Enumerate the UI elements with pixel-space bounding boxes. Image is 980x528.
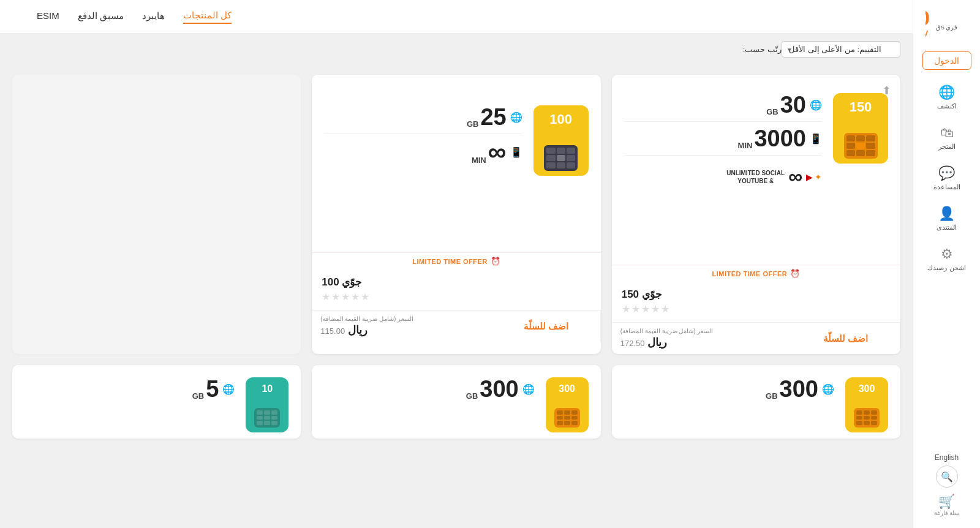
sim-number-300-1: 300 — [845, 383, 888, 394]
tiktok-icon: ✦ — [815, 172, 822, 182]
logo: 90 Jawwy فري 5ق — [925, 9, 968, 45]
product-price: 172.50 ريال — [620, 336, 668, 349]
product-card-jawwy-300-1: 300 🌐 300 GB — [612, 365, 900, 439]
gb-spec-row-300-2: 🌐 300 GB — [324, 377, 534, 405]
phone-spec-icon-100: 📱 — [510, 146, 522, 158]
gb-unit-300-1: GB — [766, 391, 778, 401]
phone-spec-icon: 📱 — [810, 133, 822, 145]
top-navigation: كل المنتجات هايبرد مسبق الدفع ESIM — [0, 0, 913, 34]
price-note: السعر (شامل ضريبة القيمة المضافة) — [620, 328, 714, 334]
globe-icon-300-1: 🌐 — [822, 383, 834, 395]
card-image-area-300-2: 300 🌐 300 GB — [312, 365, 600, 439]
help-icon: 💬 — [938, 165, 955, 181]
min-unit-100: MIN — [472, 156, 486, 165]
globe-icon-300-2: 🌐 — [522, 383, 535, 395]
star-1: ★ — [361, 291, 369, 303]
star-4: ★ — [631, 303, 640, 315]
sidebar-item-recharge[interactable]: ⚙ اشحن رصيدك — [919, 243, 974, 276]
card-specs-teal: 🌐 5 GB — [24, 377, 235, 410]
cart-label: سلة فارغة — [934, 510, 960, 516]
sidebar-item-help[interactable]: 💬 المساعدة — [919, 162, 974, 195]
card-info-100: جوّي 100 ★ ★ ★ ★ ★ — [312, 270, 600, 306]
nav-prepaid[interactable]: مسبق الدفع — [78, 10, 124, 23]
gb-spec-row: 🌐 30 GB — [624, 93, 822, 122]
search-icon: 🔍 — [941, 471, 953, 483]
sort-select[interactable]: التقييم: من الأعلى إلى الأقل السعر: من ا… — [782, 41, 900, 58]
card-specs-100: 🌐 25 GB 📱 ∞ MIN — [324, 105, 522, 175]
gb-spec-row-300-1: 🌐 300 GB — [624, 377, 834, 405]
cart-icon: 🛒 — [938, 494, 955, 510]
nav-hybrid[interactable]: هايبرد — [142, 10, 165, 23]
sim-card-yellow: 150 — [833, 93, 888, 164]
card-specs-300-2: 🌐 300 GB — [324, 377, 534, 410]
sim-number-300-2: 300 — [546, 383, 589, 394]
cart-button[interactable]: 🛒 سلة فارغة — [934, 494, 960, 516]
globe-icon: 🌐 — [938, 85, 955, 100]
sim-card-300-1: 300 — [845, 377, 888, 432]
sidebar-item-explore-label: اكتشف — [937, 102, 957, 110]
login-button[interactable]: الدخول — [922, 51, 971, 70]
gb-value: 30 — [780, 93, 806, 116]
card-image-area-300-1: 300 🌐 300 GB — [612, 365, 900, 439]
sim-card-100: 100 — [533, 105, 589, 176]
globe-spec-icon-100: 🌐 — [510, 111, 522, 123]
svg-text:Jawwy: Jawwy — [925, 28, 929, 37]
sim-number-100: 100 — [533, 111, 589, 127]
add-to-cart-button[interactable]: اضف للسلّة — [791, 323, 900, 354]
product-price-100: 115.00 ريال — [320, 323, 368, 337]
gb-spec-row-100: 🌐 25 GB — [324, 105, 522, 134]
nav-all-products[interactable]: كل المنتجات — [183, 10, 232, 24]
store-icon: 🛍 — [940, 125, 954, 141]
gb-value-300-1: 300 — [780, 377, 818, 401]
forum-icon: 👤 — [938, 206, 955, 222]
filter-bar: التقييم: من الأعلى إلى الأقل السعر: من ا… — [0, 34, 913, 65]
price-note-100: السعر (شامل ضريبة القيمة المضافة) — [320, 315, 413, 322]
price-section-100: السعر (شامل ضريبة القيمة المضافة) 115.00… — [312, 311, 491, 342]
sidebar-item-store-label: المتجر — [938, 143, 956, 151]
sidebar-bottom: English 🔍 🛒 سلة فارغة — [913, 453, 980, 522]
svg-text:90: 90 — [925, 9, 930, 29]
gb-unit-300-2: GB — [466, 391, 478, 401]
globe-spec-icon: 🌐 — [810, 99, 822, 111]
sim-chip-100 — [544, 145, 578, 171]
card-specs: 🌐 30 GB 📱 3000 MIN — [624, 93, 822, 188]
star-rating-100: ★ ★ ★ ★ ★ — [322, 291, 369, 303]
sim-chip-300-1 — [854, 408, 880, 428]
min-spec-row-100: 📱 ∞ MIN — [324, 139, 522, 170]
star-2: ★ — [651, 303, 660, 315]
globe-icon-teal: 🌐 — [222, 383, 235, 395]
sort-label: رتّب حسب: — [743, 45, 782, 54]
unlimited-social-infinity: ∞ — [788, 165, 802, 188]
gb-value-teal: 5 — [206, 377, 219, 401]
unlimited-social-label: UNLIMITED SOCIAL& YOUTUBE — [726, 169, 785, 185]
unlimited-social-row: ✦ ▶ ∞ UNLIMITED SOCIAL& YOUTUBE — [624, 165, 822, 188]
gb-value-300-2: 300 — [480, 377, 518, 401]
gb-unit-teal: GB — [192, 391, 205, 401]
language-switcher[interactable]: English — [935, 453, 959, 462]
min-infinity-100: ∞ — [488, 139, 507, 165]
limited-time-bar: ⏰ LIMITED TIME OFFER — [612, 265, 900, 282]
sort-select-wrapper: التقييم: من الأعلى إلى الأقل السعر: من ا… — [782, 41, 900, 58]
card-specs-300-1: 🌐 300 GB — [624, 377, 834, 410]
product-title: جوّي 150 — [622, 288, 662, 301]
clock-icon-100: ⏰ — [491, 257, 500, 266]
add-to-cart-button-100[interactable]: اضف للسلّة — [492, 311, 601, 342]
star-1: ★ — [661, 303, 669, 315]
sidebar-item-store[interactable]: 🛍 المتجر — [919, 121, 974, 154]
sim-number-teal: 10 — [246, 383, 288, 394]
nav-esim[interactable]: ESIM — [37, 10, 59, 23]
main-content: كل المنتجات هايبرد مسبق الدفع ESIM التقي… — [0, 0, 913, 528]
search-button[interactable]: 🔍 — [936, 466, 958, 488]
sidebar-item-help-label: المساعدة — [933, 183, 960, 191]
recharge-icon: ⚙ — [941, 246, 953, 262]
social-icons: ✦ ▶ — [806, 172, 822, 182]
product-card-placeholder-1 — [12, 75, 301, 354]
sidebar-item-forum[interactable]: 👤 المنتدى — [919, 202, 974, 235]
sidebar-item-explore[interactable]: 🌐 اكتشف — [919, 81, 974, 114]
svg-text:فري 5ق: فري 5ق — [936, 24, 957, 31]
sim-card-teal: 10 — [246, 377, 288, 432]
sim-chip-teal — [254, 408, 280, 428]
limited-time-bar-100: ⏰ LIMITED TIME OFFER — [312, 252, 600, 270]
star-5: ★ — [322, 291, 330, 303]
price-section: السعر (شامل ضريبة القيمة المضافة) 172.50… — [612, 323, 791, 354]
